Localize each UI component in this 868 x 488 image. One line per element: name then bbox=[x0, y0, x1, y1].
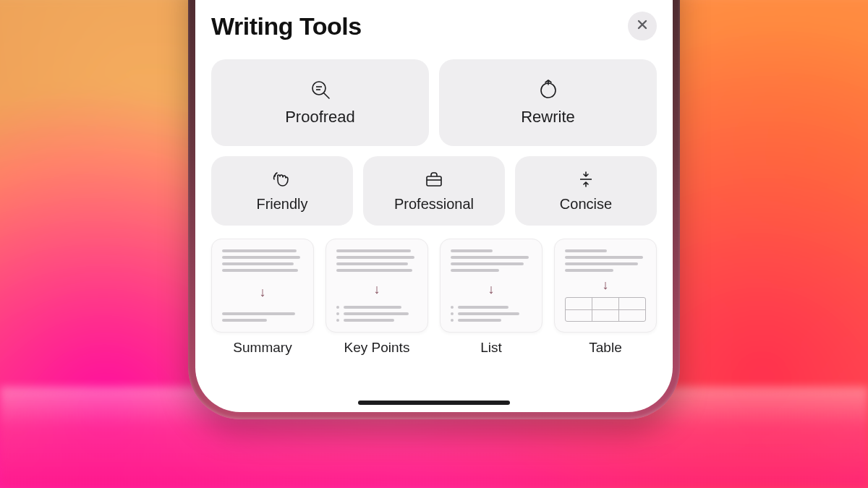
close-icon bbox=[637, 19, 648, 33]
keypoints-label: Key Points bbox=[344, 340, 410, 356]
table-result-icon bbox=[565, 297, 646, 322]
tone-row: Friendly Professional Concise bbox=[211, 156, 657, 226]
professional-label: Professional bbox=[394, 196, 474, 213]
sheet-title: Writing Tools bbox=[211, 12, 362, 40]
proofread-label: Proofread bbox=[285, 108, 355, 127]
summary-label: Summary bbox=[233, 340, 292, 356]
concise-icon bbox=[576, 170, 595, 189]
concise-button[interactable]: Concise bbox=[515, 156, 657, 226]
arrow-down-icon: ↓ bbox=[374, 283, 380, 296]
table-button[interactable]: ↓ Table bbox=[554, 239, 657, 356]
hand-wave-icon bbox=[273, 170, 292, 189]
svg-rect-5 bbox=[427, 176, 441, 186]
table-label: Table bbox=[589, 340, 621, 356]
list-result-icon bbox=[451, 306, 532, 322]
svg-point-4 bbox=[541, 83, 556, 98]
briefcase-icon bbox=[425, 170, 443, 189]
close-button[interactable] bbox=[628, 12, 657, 40]
keypoints-preview-icon bbox=[336, 249, 417, 272]
summary-card: ↓ bbox=[211, 239, 314, 333]
screen: Writing Tools Proofread Rewrite bbox=[195, 0, 673, 412]
primary-actions-row: Proofread Rewrite bbox=[211, 59, 657, 146]
professional-button[interactable]: Professional bbox=[363, 156, 505, 226]
svg-line-1 bbox=[324, 93, 329, 98]
arrow-down-icon: ↓ bbox=[488, 283, 495, 296]
keypoints-card: ↓ bbox=[326, 239, 428, 333]
rewrite-button[interactable]: Rewrite bbox=[439, 59, 657, 146]
summary-result-icon bbox=[222, 312, 303, 322]
list-button[interactable]: ↓ List bbox=[440, 239, 542, 356]
friendly-button[interactable]: Friendly bbox=[211, 156, 353, 226]
keypoints-result-icon bbox=[336, 306, 417, 322]
summary-button[interactable]: ↓ Summary bbox=[211, 239, 314, 356]
rewrite-label: Rewrite bbox=[521, 108, 575, 127]
svg-point-0 bbox=[312, 82, 326, 95]
proofread-button[interactable]: Proofread bbox=[211, 59, 429, 146]
arrow-down-icon: ↓ bbox=[260, 286, 266, 299]
concise-label: Concise bbox=[560, 196, 612, 213]
list-label: List bbox=[480, 340, 502, 356]
table-card: ↓ bbox=[554, 239, 657, 333]
rewrite-icon bbox=[537, 79, 559, 100]
keypoints-button[interactable]: ↓ Key Points bbox=[326, 239, 428, 356]
format-row: ↓ Summary ↓ bbox=[211, 239, 657, 356]
arrow-down-icon: ↓ bbox=[603, 278, 609, 291]
summary-preview-icon bbox=[222, 249, 303, 272]
table-preview-icon bbox=[565, 249, 646, 272]
home-indicator[interactable] bbox=[358, 401, 510, 405]
friendly-label: Friendly bbox=[256, 196, 307, 213]
sheet-header: Writing Tools bbox=[211, 12, 657, 40]
list-preview-icon bbox=[451, 249, 532, 272]
list-card: ↓ bbox=[440, 239, 542, 333]
iphone-frame: Writing Tools Proofread Rewrite bbox=[188, 0, 680, 419]
magnifier-text-icon bbox=[310, 79, 331, 100]
